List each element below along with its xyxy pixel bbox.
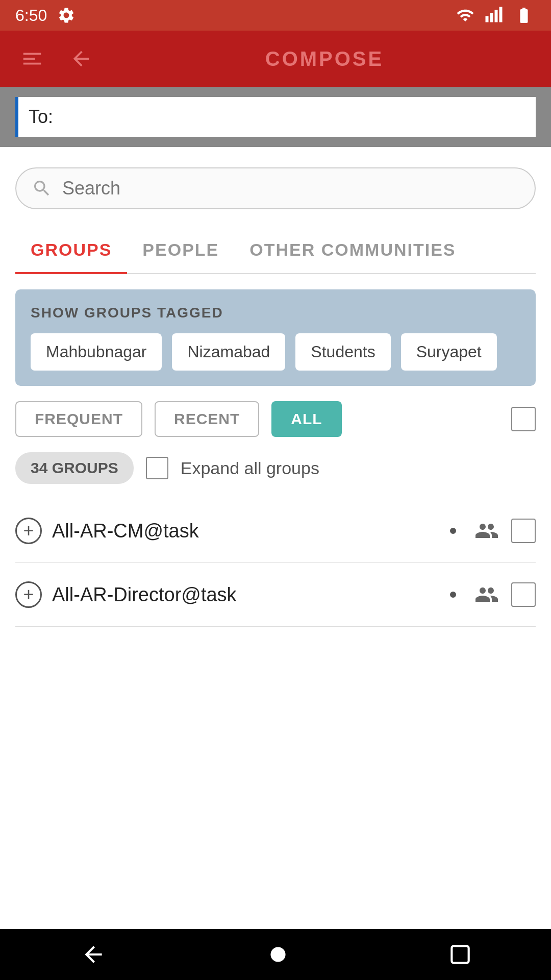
search-box: [15, 167, 536, 209]
main-panel: GROUPS PEOPLE OTHER COMMUNITIES SHOW GRO…: [0, 147, 551, 627]
tabs-container: GROUPS PEOPLE OTHER COMMUNITIES: [15, 230, 536, 274]
settings-icon: [57, 6, 76, 24]
to-field[interactable]: To:: [15, 97, 536, 137]
filter-frequent-button[interactable]: FREQUENT: [15, 401, 142, 437]
nav-recent-button[interactable]: [447, 942, 473, 967]
status-bar: 6:50: [0, 0, 551, 31]
back-button[interactable]: [64, 42, 98, 76]
svg-rect-1: [490, 13, 493, 22]
svg-rect-2: [495, 10, 498, 22]
bottom-nav: [0, 929, 551, 980]
filter-row: FREQUENT RECENT ALL: [15, 401, 536, 437]
nav-home-button[interactable]: [265, 942, 291, 967]
tab-people[interactable]: PEOPLE: [127, 230, 234, 274]
tag-nizamabad[interactable]: Nizamabad: [172, 333, 285, 371]
tab-groups[interactable]: GROUPS: [15, 230, 127, 274]
tag-suryapet[interactable]: Suryapet: [401, 333, 497, 371]
expand-all-label: Expand all groups: [181, 458, 319, 478]
svg-rect-5: [452, 946, 468, 963]
group-type-icon-1: [472, 582, 501, 607]
wifi-icon: [455, 6, 475, 24]
group-item-0: + All-AR-CM@task: [15, 499, 536, 563]
app-bar-title: COMPOSE: [113, 47, 536, 70]
to-field-area: To:: [0, 87, 551, 147]
tag-mahbubnagar[interactable]: Mahbubnagar: [31, 333, 162, 371]
groups-count-badge: 34 GROUPS: [15, 452, 134, 484]
groups-count-row: 34 GROUPS Expand all groups: [15, 452, 536, 484]
search-input[interactable]: [62, 178, 519, 199]
signal-icon: [485, 6, 503, 24]
expand-group-1-button[interactable]: +: [15, 581, 42, 608]
svg-rect-3: [499, 7, 503, 22]
group-dot-0: [450, 528, 456, 534]
tag-filter-section: SHOW GROUPS TAGGED Mahbubnagar Nizamabad…: [15, 289, 536, 386]
group-checkbox-0[interactable]: [511, 519, 536, 543]
nav-back-button[interactable]: [78, 942, 109, 967]
search-container: [15, 167, 536, 209]
group-item-1: + All-AR-Director@task: [15, 563, 536, 627]
group-dot-1: [450, 592, 456, 598]
status-left: 6:50: [15, 6, 76, 25]
tag-students[interactable]: Students: [295, 333, 390, 371]
group-checkbox-1[interactable]: [511, 582, 536, 607]
expand-all-checkbox[interactable]: [146, 457, 168, 479]
group-name-1: All-AR-Director@task: [52, 584, 434, 606]
group-name-0: All-AR-CM@task: [52, 520, 434, 542]
menu-button[interactable]: [15, 42, 49, 76]
filter-recent-button[interactable]: RECENT: [155, 401, 259, 437]
tag-section-heading: SHOW GROUPS TAGGED: [31, 305, 520, 321]
expand-group-0-button[interactable]: +: [15, 518, 42, 544]
tab-other-communities[interactable]: OTHER COMMUNITIES: [234, 230, 471, 274]
filter-all-button[interactable]: ALL: [271, 401, 341, 437]
status-time: 6:50: [15, 6, 47, 25]
svg-point-4: [270, 947, 285, 962]
status-right: [455, 6, 536, 24]
svg-rect-0: [486, 16, 489, 22]
select-all-checkbox[interactable]: [511, 407, 536, 431]
search-icon: [32, 178, 52, 199]
tags-row: Mahbubnagar Nizamabad Students Suryapet: [31, 333, 520, 371]
battery-icon: [512, 6, 536, 24]
group-type-icon-0: [472, 519, 501, 543]
app-bar: COMPOSE: [0, 31, 551, 87]
to-label: To:: [29, 106, 53, 128]
